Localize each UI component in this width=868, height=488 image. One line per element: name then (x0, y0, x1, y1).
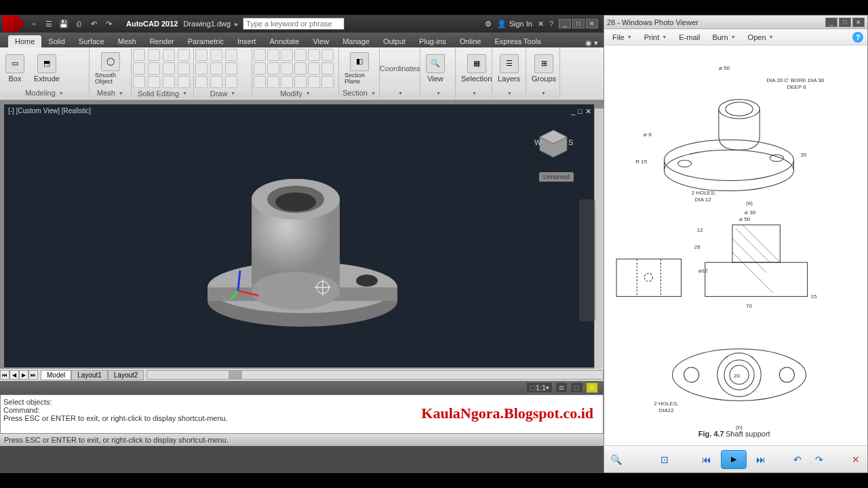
tool-icon[interactable] (178, 49, 190, 61)
new-icon[interactable]: ▫ (28, 18, 39, 29)
open-icon[interactable]: ☰ (43, 18, 54, 29)
tab-solid[interactable]: Solid (41, 35, 71, 47)
box-button[interactable]: ▭Box (1, 53, 28, 84)
tool-icon[interactable] (281, 49, 293, 61)
vp-close-icon[interactable]: ✕ (585, 107, 591, 116)
tab-view[interactable]: View (306, 35, 336, 47)
ribbon-settings-icon[interactable]: ◉ ▾ (580, 39, 604, 47)
tab-last-icon[interactable]: ⏭ (28, 370, 38, 380)
tool-icon[interactable] (195, 49, 208, 61)
layers-button[interactable]: ☰Layers (494, 53, 524, 84)
tool-icon[interactable] (254, 76, 266, 88)
autocad-logo-icon[interactable] (3, 16, 24, 32)
tool-icon[interactable] (210, 49, 222, 61)
ucs-icon[interactable] (228, 267, 262, 301)
pv-maximize-button[interactable]: □ (839, 18, 851, 27)
tool-icon[interactable] (133, 49, 145, 61)
tool-icon[interactable] (308, 62, 320, 75)
tab-plugins[interactable]: Plug-ins (412, 35, 453, 47)
pv-minimize-button[interactable]: _ (825, 18, 837, 27)
tab-parametric[interactable]: Parametric (181, 35, 231, 47)
menu-burn[interactable]: Burn▼ (708, 32, 739, 43)
tab-prev-icon[interactable]: ◀ (9, 370, 19, 380)
horizontal-scrollbar[interactable] (146, 370, 604, 380)
tool-icon[interactable] (225, 62, 237, 75)
tab-layout2[interactable]: Layout2 (108, 370, 144, 380)
tool-icon[interactable] (133, 76, 145, 88)
tab-surface[interactable]: Surface (72, 35, 111, 47)
smooth-object-button[interactable]: ◯Smooth Object (91, 51, 130, 86)
extrude-button[interactable]: ⬒Extrude (30, 53, 64, 84)
tab-layout1[interactable]: Layout1 (71, 370, 108, 380)
search-input[interactable] (243, 18, 344, 30)
tool-icon[interactable] (225, 76, 237, 88)
tool-icon[interactable] (210, 62, 222, 75)
3d-viewport[interactable]: [-] [Custom View] [Realistic] _ □ ✕ W S … (4, 104, 594, 367)
tab-home[interactable]: Home (8, 35, 41, 47)
tool-icon[interactable] (133, 62, 145, 75)
tool-icon[interactable] (294, 49, 307, 61)
tool-icon[interactable] (267, 62, 279, 75)
menu-file[interactable]: File▼ (608, 32, 636, 43)
actual-size-icon[interactable]: ⊡ (657, 452, 672, 467)
pv-close-button[interactable]: ✕ (852, 18, 865, 27)
tool-icon[interactable] (210, 76, 222, 88)
tool-icon[interactable] (195, 76, 208, 88)
image-canvas[interactable]: ⌀ 50 DIA 20 C' BORE DIA 30 DEEP 6 ⌀ 6 R … (604, 45, 867, 445)
tool-icon[interactable] (308, 49, 320, 61)
tool-icon[interactable] (178, 76, 190, 88)
tab-render[interactable]: Render (143, 35, 181, 47)
rotate-cw-icon[interactable]: ↷ (812, 452, 827, 467)
rotate-ccw-icon[interactable]: ↶ (790, 452, 805, 467)
navigation-bar[interactable] (579, 199, 595, 321)
scale-display[interactable]: ⬚ 1:1 ▾ (526, 382, 553, 393)
vertical-scrollbar[interactable] (594, 108, 604, 381)
annotation-scale-icon[interactable]: ⚖ (555, 382, 568, 393)
tab-next-icon[interactable]: ▶ (19, 370, 28, 380)
vp-minimize-icon[interactable]: _ (571, 107, 575, 116)
help-icon[interactable]: ? (852, 32, 863, 43)
tool-icon[interactable] (321, 76, 334, 88)
minimize-button[interactable]: _ (559, 19, 571, 28)
maximize-button[interactable]: □ (572, 19, 585, 28)
selection-button[interactable]: ▦Selection (457, 53, 496, 84)
save-icon[interactable]: 💾 (58, 18, 69, 29)
tab-model[interactable]: Model (41, 370, 71, 380)
annotation-visibility-icon[interactable]: ⬚ (570, 382, 583, 393)
tab-manage[interactable]: Manage (336, 35, 376, 47)
section-plane-button[interactable]: ◧Section Plane (340, 51, 378, 86)
tool-icon[interactable] (254, 49, 266, 61)
zoom-icon[interactable]: 🔍 (608, 452, 623, 467)
tool-icon[interactable] (321, 49, 334, 61)
tool-icon[interactable] (321, 62, 334, 75)
tool-icon[interactable] (163, 62, 175, 75)
help-icon[interactable]: ? (549, 20, 553, 28)
vp-maximize-icon[interactable]: □ (578, 107, 583, 116)
tab-mesh[interactable]: Mesh (111, 35, 143, 47)
exchange-icon[interactable]: ✕ (538, 20, 544, 28)
view-name-label[interactable]: Unnamed (539, 172, 574, 182)
print-icon[interactable]: ⎙ (73, 18, 84, 29)
menu-email[interactable]: E-mail (675, 32, 704, 43)
groups-button[interactable]: ⊞Groups (528, 53, 560, 84)
tool-icon[interactable] (308, 76, 320, 88)
tab-output[interactable]: Output (376, 35, 412, 47)
menu-print[interactable]: Print▼ (640, 32, 671, 43)
viewcube[interactable]: W S (533, 125, 574, 165)
next-button[interactable]: ⏭ (753, 452, 768, 467)
tool-icon[interactable] (254, 62, 266, 75)
signin-button[interactable]: 👤 Sign In (497, 20, 532, 28)
menu-open[interactable]: Open▼ (744, 32, 778, 43)
undo-icon[interactable]: ↶ (88, 18, 99, 29)
tool-icon[interactable] (148, 76, 160, 88)
tool-icon[interactable] (163, 49, 175, 61)
redo-icon[interactable]: ↷ (103, 18, 114, 29)
slideshow-button[interactable]: ▶ (721, 450, 747, 469)
delete-button[interactable]: ✕ (848, 452, 863, 467)
tool-icon[interactable] (163, 76, 175, 88)
tab-online[interactable]: Online (453, 35, 488, 47)
tool-icon[interactable] (148, 62, 160, 75)
tab-express[interactable]: Express Tools (488, 35, 547, 47)
tool-icon[interactable] (195, 62, 208, 75)
tool-icon[interactable] (294, 62, 307, 75)
